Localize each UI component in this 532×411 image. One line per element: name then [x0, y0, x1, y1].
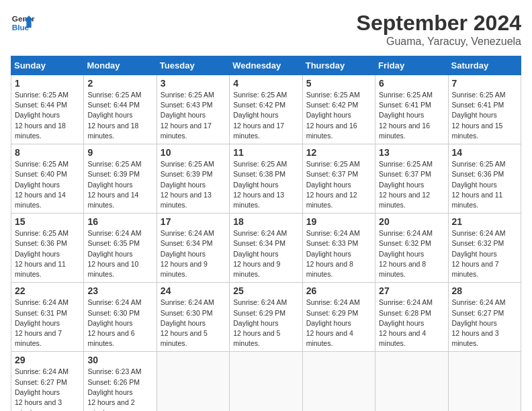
day-info: Sunrise: 6:25 AM Sunset: 6:39 PM Dayligh…	[161, 159, 226, 210]
calendar-table: Sunday Monday Tuesday Wednesday Thursday…	[11, 56, 521, 411]
day-info: Sunrise: 6:25 AM Sunset: 6:41 PM Dayligh…	[379, 90, 444, 141]
day-info: Sunrise: 6:23 AM Sunset: 6:26 PM Dayligh…	[87, 367, 152, 411]
day-number: 1	[15, 78, 80, 89]
day-cell-12: 12 Sunrise: 6:25 AM Sunset: 6:37 PM Dayl…	[302, 144, 375, 214]
day-cell-8: 8 Sunrise: 6:25 AM Sunset: 6:40 PM Dayli…	[11, 144, 84, 214]
day-number: 17	[161, 216, 226, 227]
day-cell-30: 30 Sunrise: 6:23 AM Sunset: 6:26 PM Dayl…	[84, 352, 157, 411]
day-cell-7: 7 Sunrise: 6:25 AM Sunset: 6:41 PM Dayli…	[448, 75, 521, 144]
day-number: 9	[87, 147, 152, 158]
empty-cell	[448, 352, 521, 411]
day-info: Sunrise: 6:24 AM Sunset: 6:34 PM Dayligh…	[161, 228, 226, 279]
day-number: 23	[87, 285, 152, 296]
day-info: Sunrise: 6:25 AM Sunset: 6:41 PM Dayligh…	[452, 90, 517, 141]
day-cell-28: 28 Sunrise: 6:24 AM Sunset: 6:27 PM Dayl…	[448, 283, 521, 352]
day-info: Sunrise: 6:24 AM Sunset: 6:29 PM Dayligh…	[306, 298, 371, 349]
day-cell-23: 23 Sunrise: 6:24 AM Sunset: 6:30 PM Dayl…	[84, 283, 157, 352]
day-info: Sunrise: 6:25 AM Sunset: 6:44 PM Dayligh…	[87, 90, 152, 141]
day-number: 6	[379, 78, 444, 89]
day-number: 10	[161, 147, 226, 158]
day-number: 26	[306, 285, 371, 296]
day-cell-24: 24 Sunrise: 6:24 AM Sunset: 6:30 PM Dayl…	[157, 283, 229, 352]
day-number: 29	[15, 355, 80, 365]
empty-cell	[302, 352, 375, 411]
day-number: 14	[452, 147, 517, 158]
col-sunday: Sunday	[11, 56, 84, 75]
week-row-5: 29 Sunrise: 6:24 AM Sunset: 6:27 PM Dayl…	[11, 352, 521, 411]
day-cell-5: 5 Sunrise: 6:25 AM Sunset: 6:42 PM Dayli…	[302, 75, 375, 144]
day-info: Sunrise: 6:25 AM Sunset: 6:38 PM Dayligh…	[233, 159, 298, 210]
day-info: Sunrise: 6:24 AM Sunset: 6:28 PM Dayligh…	[379, 298, 444, 349]
day-cell-20: 20 Sunrise: 6:24 AM Sunset: 6:32 PM Dayl…	[375, 214, 448, 283]
day-number: 27	[379, 285, 444, 296]
day-number: 7	[452, 78, 517, 89]
day-info: Sunrise: 6:24 AM Sunset: 6:29 PM Dayligh…	[233, 298, 298, 349]
day-number: 24	[161, 285, 226, 296]
day-info: Sunrise: 6:24 AM Sunset: 6:30 PM Dayligh…	[87, 298, 152, 349]
day-cell-19: 19 Sunrise: 6:24 AM Sunset: 6:33 PM Dayl…	[302, 214, 375, 283]
day-cell-10: 10 Sunrise: 6:25 AM Sunset: 6:39 PM Dayl…	[157, 144, 229, 214]
day-cell-1: 1 Sunrise: 6:25 AM Sunset: 6:44 PM Dayli…	[11, 75, 84, 144]
day-info: Sunrise: 6:25 AM Sunset: 6:42 PM Dayligh…	[306, 90, 371, 141]
day-number: 28	[452, 285, 517, 296]
title-area: September 2024 Guama, Yaracuy, Venezuela	[357, 11, 521, 48]
day-cell-11: 11 Sunrise: 6:25 AM Sunset: 6:38 PM Dayl…	[230, 144, 302, 214]
day-number: 15	[15, 216, 80, 227]
day-number: 8	[15, 147, 80, 158]
col-tuesday: Tuesday	[157, 56, 229, 75]
col-thursday: Thursday	[302, 56, 375, 75]
col-friday: Friday	[375, 56, 448, 75]
day-number: 25	[233, 285, 298, 296]
day-info: Sunrise: 6:25 AM Sunset: 6:37 PM Dayligh…	[306, 159, 371, 210]
day-cell-9: 9 Sunrise: 6:25 AM Sunset: 6:39 PM Dayli…	[84, 144, 157, 214]
empty-cell	[157, 352, 229, 411]
day-info: Sunrise: 6:25 AM Sunset: 6:42 PM Dayligh…	[233, 90, 298, 141]
day-cell-29: 29 Sunrise: 6:24 AM Sunset: 6:27 PM Dayl…	[11, 352, 84, 411]
day-number: 12	[306, 147, 371, 158]
col-wednesday: Wednesday	[230, 56, 302, 75]
header-row: Sunday Monday Tuesday Wednesday Thursday…	[11, 56, 521, 75]
header: General Blue September 2024 Guama, Yarac…	[11, 11, 521, 48]
week-row-4: 22 Sunrise: 6:24 AM Sunset: 6:31 PM Dayl…	[11, 283, 521, 352]
day-cell-13: 13 Sunrise: 6:25 AM Sunset: 6:37 PM Dayl…	[375, 144, 448, 214]
empty-cell	[375, 352, 448, 411]
day-cell-17: 17 Sunrise: 6:24 AM Sunset: 6:34 PM Dayl…	[157, 214, 229, 283]
col-saturday: Saturday	[448, 56, 521, 75]
day-info: Sunrise: 6:25 AM Sunset: 6:39 PM Dayligh…	[87, 159, 152, 210]
logo-icon: General Blue	[11, 11, 35, 35]
week-row-3: 15 Sunrise: 6:25 AM Sunset: 6:36 PM Dayl…	[11, 214, 521, 283]
logo: General Blue	[11, 11, 35, 35]
empty-cell	[230, 352, 302, 411]
day-number: 16	[87, 216, 152, 227]
day-info: Sunrise: 6:24 AM Sunset: 6:27 PM Dayligh…	[452, 298, 517, 349]
week-row-2: 8 Sunrise: 6:25 AM Sunset: 6:40 PM Dayli…	[11, 144, 521, 214]
day-cell-26: 26 Sunrise: 6:24 AM Sunset: 6:29 PM Dayl…	[302, 283, 375, 352]
day-cell-14: 14 Sunrise: 6:25 AM Sunset: 6:36 PM Dayl…	[448, 144, 521, 214]
day-info: Sunrise: 6:25 AM Sunset: 6:36 PM Dayligh…	[452, 159, 517, 210]
day-cell-3: 3 Sunrise: 6:25 AM Sunset: 6:43 PM Dayli…	[157, 75, 229, 144]
day-number: 5	[306, 78, 371, 89]
day-info: Sunrise: 6:24 AM Sunset: 6:33 PM Dayligh…	[306, 228, 371, 279]
day-info: Sunrise: 6:24 AM Sunset: 6:32 PM Dayligh…	[452, 228, 517, 279]
day-info: Sunrise: 6:24 AM Sunset: 6:27 PM Dayligh…	[15, 367, 80, 411]
day-number: 22	[15, 285, 80, 296]
day-cell-21: 21 Sunrise: 6:24 AM Sunset: 6:32 PM Dayl…	[448, 214, 521, 283]
day-info: Sunrise: 6:24 AM Sunset: 6:31 PM Dayligh…	[15, 298, 80, 349]
day-info: Sunrise: 6:24 AM Sunset: 6:35 PM Dayligh…	[87, 228, 152, 279]
day-cell-6: 6 Sunrise: 6:25 AM Sunset: 6:41 PM Dayli…	[375, 75, 448, 144]
day-cell-18: 18 Sunrise: 6:24 AM Sunset: 6:34 PM Dayl…	[230, 214, 302, 283]
week-row-1: 1 Sunrise: 6:25 AM Sunset: 6:44 PM Dayli…	[11, 75, 521, 144]
day-info: Sunrise: 6:25 AM Sunset: 6:37 PM Dayligh…	[379, 159, 444, 210]
day-cell-16: 16 Sunrise: 6:24 AM Sunset: 6:35 PM Dayl…	[84, 214, 157, 283]
day-info: Sunrise: 6:25 AM Sunset: 6:43 PM Dayligh…	[161, 90, 226, 141]
day-number: 18	[233, 216, 298, 227]
day-number: 21	[452, 216, 517, 227]
month-title: September 2024	[357, 11, 521, 36]
day-cell-15: 15 Sunrise: 6:25 AM Sunset: 6:36 PM Dayl…	[11, 214, 84, 283]
day-cell-22: 22 Sunrise: 6:24 AM Sunset: 6:31 PM Dayl…	[11, 283, 84, 352]
day-cell-27: 27 Sunrise: 6:24 AM Sunset: 6:28 PM Dayl…	[375, 283, 448, 352]
location: Guama, Yaracuy, Venezuela	[357, 36, 521, 48]
day-number: 20	[379, 216, 444, 227]
day-number: 4	[233, 78, 298, 89]
day-info: Sunrise: 6:25 AM Sunset: 6:44 PM Dayligh…	[15, 90, 80, 141]
